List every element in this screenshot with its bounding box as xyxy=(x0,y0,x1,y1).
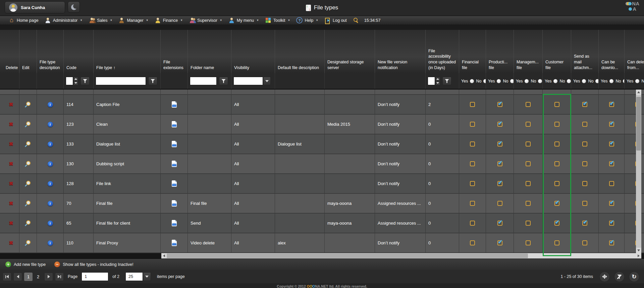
search-icon[interactable] xyxy=(353,17,359,23)
delete-icon[interactable]: ✖ xyxy=(9,240,13,246)
info-icon[interactable]: i xyxy=(48,161,53,167)
delete-icon[interactable]: ✖ xyxy=(9,180,13,187)
nav-item-home-page[interactable]: Home page xyxy=(5,16,42,24)
dark-mode-toggle[interactable] xyxy=(68,1,80,13)
column-header-folder[interactable]: Folder name xyxy=(188,30,231,73)
page-size-select[interactable]: 25 xyxy=(125,272,143,281)
filter-select-arrow[interactable] xyxy=(263,77,271,85)
filter-button-folder[interactable] xyxy=(219,77,228,85)
nav-item-toolkit[interactable]: Toolkit▼ xyxy=(262,16,293,24)
column-header-visibility[interactable]: Visibility xyxy=(231,30,275,73)
file-extensions-icon[interactable] xyxy=(172,200,177,207)
radio-yes-button[interactable] xyxy=(525,79,529,83)
column-header-description[interactable]: File type description xyxy=(37,30,64,73)
column-header-management[interactable]: Managem... file xyxy=(514,30,543,73)
last-page-button[interactable] xyxy=(55,273,64,281)
clear-filters-button[interactable] xyxy=(614,272,625,282)
filter-select-visibility[interactable] xyxy=(233,77,263,85)
filter-input-folder[interactable] xyxy=(190,77,217,85)
first-page-button[interactable] xyxy=(3,273,11,281)
column-header-delete[interactable]: Delete xyxy=(3,30,19,73)
radio-yes-button[interactable] xyxy=(470,79,474,83)
delete-icon[interactable]: ✖ xyxy=(9,101,13,108)
info-icon[interactable]: i xyxy=(48,181,53,186)
delete-icon[interactable]: ✖ xyxy=(9,200,13,207)
edit-magnifier-icon[interactable] xyxy=(25,200,31,206)
spinner-down-button[interactable] xyxy=(435,81,440,85)
radio-no-button[interactable] xyxy=(595,79,599,83)
column-header-can_download[interactable]: Can be downlo... xyxy=(599,30,625,73)
vertical-scrollbar[interactable] xyxy=(636,90,641,253)
delete-icon[interactable]: ✖ xyxy=(9,121,13,127)
file-extensions-icon[interactable] xyxy=(172,240,177,246)
nav-item-supervisor[interactable]: Supervisor▼ xyxy=(186,16,225,24)
nav-item-sales[interactable]: Sales▼ xyxy=(86,16,115,24)
column-header-notification[interactable]: New file version notification xyxy=(375,30,426,73)
column-header-edit[interactable]: Edit xyxy=(19,30,37,73)
edit-magnifier-icon[interactable] xyxy=(25,240,31,246)
column-header-production[interactable]: Producti... file xyxy=(486,30,514,73)
filter-input-code[interactable] xyxy=(66,77,73,85)
nav-item-log-out[interactable]: Log out xyxy=(321,16,350,24)
nav-item-help[interactable]: Help▼ xyxy=(293,16,321,24)
column-header-extensions[interactable]: File extensions xyxy=(161,30,188,73)
radio-no-button[interactable] xyxy=(567,79,571,83)
spinner-up-button[interactable] xyxy=(73,77,78,81)
scroll-left-button[interactable] xyxy=(161,253,167,258)
edit-magnifier-icon[interactable] xyxy=(25,181,31,186)
column-header-can_delete[interactable]: Can delete from... xyxy=(625,30,644,73)
radio-no-button[interactable] xyxy=(510,79,514,83)
info-icon[interactable]: i xyxy=(48,201,53,206)
horizontal-scroll-track[interactable] xyxy=(528,253,636,258)
column-header-financial[interactable]: Financial file xyxy=(459,30,486,73)
edit-magnifier-icon[interactable] xyxy=(25,102,31,107)
radio-yes-button[interactable] xyxy=(609,79,613,83)
info-icon[interactable]: i xyxy=(48,102,53,107)
numeric-spinner[interactable] xyxy=(73,77,78,85)
edit-magnifier-icon[interactable] xyxy=(25,161,31,167)
file-extensions-icon[interactable] xyxy=(172,161,177,167)
add-new-file-type-button[interactable]: + Add new file type xyxy=(5,262,46,267)
info-icon[interactable]: i xyxy=(48,141,53,147)
horizontal-scrollbar[interactable] xyxy=(161,253,641,258)
radio-no-button[interactable] xyxy=(483,79,486,83)
filter-button-days[interactable] xyxy=(442,77,451,85)
previous-page-button[interactable] xyxy=(13,273,22,281)
delete-icon[interactable]: ✖ xyxy=(9,141,13,147)
info-icon[interactable]: i xyxy=(48,240,53,246)
column-header-days[interactable]: File accessibility once uploaded (in Day… xyxy=(426,30,459,73)
page-number-2[interactable]: 2 xyxy=(34,273,42,281)
column-header-storage[interactable]: Designated storage server xyxy=(325,30,375,73)
delete-icon[interactable]: ✖ xyxy=(9,161,13,167)
radio-yes-button[interactable] xyxy=(497,79,501,83)
scroll-down-button[interactable] xyxy=(636,248,641,253)
spinner-up-button[interactable] xyxy=(435,77,440,81)
file-extensions-icon[interactable] xyxy=(172,101,177,108)
edit-magnifier-icon[interactable] xyxy=(25,141,31,147)
edit-magnifier-icon[interactable] xyxy=(25,220,31,226)
column-header-code[interactable]: Code xyxy=(64,30,94,73)
resize-columns-button[interactable] xyxy=(599,272,610,282)
radio-yes-button[interactable] xyxy=(553,79,557,83)
nav-item-my-menu[interactable]: My menu▼ xyxy=(225,16,262,24)
file-extensions-icon[interactable] xyxy=(172,141,177,147)
horizontal-scroll-thumb[interactable] xyxy=(167,253,528,258)
info-icon[interactable]: i xyxy=(48,221,53,226)
radio-yes-button[interactable] xyxy=(582,79,586,83)
radio-yes-button[interactable] xyxy=(635,79,639,83)
numeric-spinner[interactable] xyxy=(435,77,440,85)
page-number-input[interactable] xyxy=(82,272,108,281)
filter-button-code[interactable] xyxy=(80,77,90,85)
next-page-button[interactable] xyxy=(44,273,53,281)
user-chip[interactable]: Sara Cunha xyxy=(5,1,65,13)
scroll-right-button[interactable] xyxy=(636,253,641,258)
column-header-default_desc[interactable]: Default file description xyxy=(275,30,325,73)
filter-input-days[interactable] xyxy=(428,77,435,85)
file-extensions-icon[interactable] xyxy=(172,180,177,187)
column-header-file_type[interactable]: File type ↑ xyxy=(94,30,161,73)
filter-button-file_type[interactable] xyxy=(148,77,157,85)
edit-magnifier-icon[interactable] xyxy=(25,121,31,127)
file-extensions-icon[interactable] xyxy=(172,121,177,127)
nav-item-administrator[interactable]: Administrator▼ xyxy=(42,16,86,24)
file-extensions-icon[interactable] xyxy=(172,220,177,226)
